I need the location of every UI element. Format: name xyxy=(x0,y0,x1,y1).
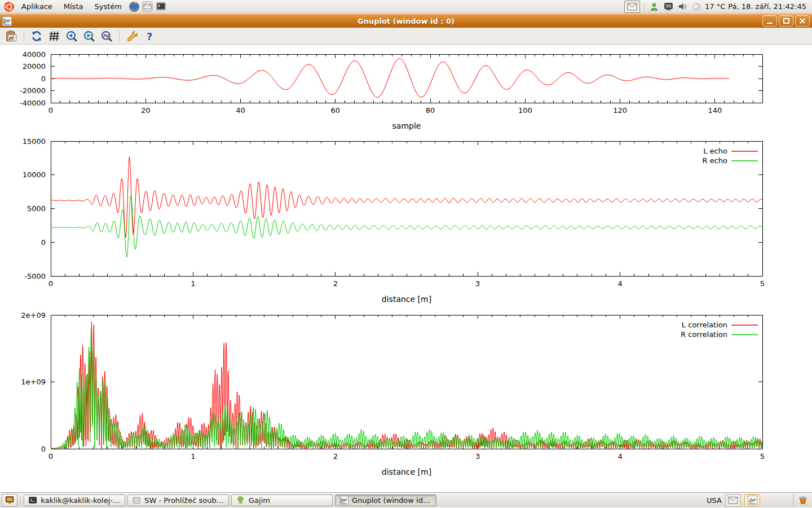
taskbar-right: USA xyxy=(707,494,810,507)
svg-text:?: ? xyxy=(147,30,152,42)
svg-text:0: 0 xyxy=(41,75,46,83)
svg-text:40: 40 xyxy=(236,106,245,115)
replot-icon xyxy=(30,30,43,42)
svg-text:-20000: -20000 xyxy=(20,86,46,95)
chart-3: 01234501e+092e+09L correlationR correlat… xyxy=(21,311,765,477)
window-titlebar[interactable]: Gnuplot (window id : 0) xyxy=(0,14,812,28)
gnuplot-canvas[interactable]: 020406080100120140-40000-200000200004000… xyxy=(0,45,812,492)
unzoom-button[interactable] xyxy=(100,29,113,43)
svg-text:1e+09: 1e+09 xyxy=(21,378,46,386)
close-button[interactable] xyxy=(795,15,810,27)
keyboard-layout-indicator[interactable]: USA xyxy=(707,496,722,505)
menu-applications[interactable]: Aplikace xyxy=(16,1,58,12)
svg-text:L echo: L echo xyxy=(703,147,727,155)
unzoom-icon xyxy=(100,30,113,42)
next-zoom-icon xyxy=(83,30,95,42)
minimize-icon xyxy=(767,23,773,24)
svg-text:100: 100 xyxy=(518,106,532,115)
copy-to-clipboard-button[interactable] xyxy=(5,29,18,43)
window-title: Gnuplot (window id : 0) xyxy=(0,17,812,25)
tray-handle[interactable] xyxy=(643,3,645,11)
show-desktop-button[interactable] xyxy=(2,494,17,507)
clock-label[interactable]: Pá, 18. září, 21:42:45 xyxy=(728,2,806,11)
gnuplot-toolbar: ? xyxy=(0,28,812,45)
previous-zoom-icon xyxy=(65,30,78,42)
task-button-file-manager[interactable]: SW - Prohlížeč souborů xyxy=(127,494,229,506)
maximize-button[interactable] xyxy=(779,15,793,27)
weather-icon[interactable] xyxy=(691,1,702,12)
svg-text:140: 140 xyxy=(708,106,722,115)
close-icon xyxy=(799,17,806,24)
task-label: Gnuplot (window id : 0) xyxy=(352,496,432,505)
svg-text:80: 80 xyxy=(426,106,435,115)
svg-text:2: 2 xyxy=(333,452,338,461)
configure-button[interactable] xyxy=(125,29,139,43)
grid-button[interactable] xyxy=(47,29,61,43)
task-button-terminal[interactable]: kaklik@kaklik-kolej-u... xyxy=(24,494,125,506)
plots-svg[interactable]: 020406080100120140-40000-200000200004000… xyxy=(0,45,812,492)
temperature-label[interactable]: 17 °C xyxy=(705,2,725,11)
tray-mail-icon[interactable] xyxy=(624,1,640,13)
volume-icon[interactable] xyxy=(677,1,688,12)
series-l-correlation xyxy=(51,322,762,449)
svg-text:0: 0 xyxy=(48,452,53,461)
terminal-launcher-icon[interactable] xyxy=(156,1,167,12)
svg-text:R correlation: R correlation xyxy=(681,330,727,339)
help-button[interactable]: ? xyxy=(143,29,156,43)
svg-text:R echo: R echo xyxy=(702,156,727,165)
taskbar-gnuplot-icon[interactable] xyxy=(744,494,760,507)
task-label: SW - Prohlížeč souborů xyxy=(144,496,224,505)
minimize-button[interactable] xyxy=(762,15,777,27)
show-desktop-icon xyxy=(5,495,15,505)
chart-1: 020406080100120140-40000-200000200004000… xyxy=(20,50,762,131)
svg-text:-5000: -5000 xyxy=(24,272,46,281)
chart-2: 012345-5000050001000015000L echoR echodi… xyxy=(23,137,765,304)
svg-text:-40000: -40000 xyxy=(20,99,46,107)
ubuntu-logo-icon[interactable] xyxy=(3,1,15,12)
svg-text:60: 60 xyxy=(331,106,341,115)
top-panel: Aplikace Místa Systém xyxy=(0,0,812,14)
svg-text:distance [m]: distance [m] xyxy=(382,467,431,476)
svg-text:L correlation: L correlation xyxy=(682,321,727,329)
svg-text:4: 4 xyxy=(617,279,622,288)
svg-text:10000: 10000 xyxy=(23,170,46,179)
series-excitation-chirp xyxy=(51,59,729,98)
desktop-root: { "desktop": { "top_panel": { "menus": [… xyxy=(0,0,812,508)
mail-launcher-icon[interactable] xyxy=(142,1,153,12)
svg-text:3: 3 xyxy=(475,452,480,461)
firefox-icon[interactable] xyxy=(129,1,140,12)
terminal-icon xyxy=(28,496,37,505)
user-presence-icon[interactable] xyxy=(648,1,660,12)
task-button-gajim[interactable]: Gajim xyxy=(231,494,333,506)
taskbar-mail-icon[interactable] xyxy=(725,494,741,507)
replot-button[interactable] xyxy=(30,29,43,43)
svg-text:0: 0 xyxy=(48,279,53,288)
trash-applet[interactable] xyxy=(797,494,810,506)
system-tray: 17 °C Pá, 18. září, 21:42:45 xyxy=(624,1,810,13)
svg-text:5: 5 xyxy=(760,452,765,461)
wrench-icon xyxy=(126,30,138,42)
trash-icon xyxy=(797,494,809,506)
svg-text:5000: 5000 xyxy=(27,204,46,213)
svg-text:20: 20 xyxy=(141,106,151,115)
svg-text:120: 120 xyxy=(613,106,627,115)
taskbar: kaklik@kaklik-kolej-u... SW - Prohlížeč … xyxy=(0,492,812,507)
window-controls xyxy=(762,15,810,27)
svg-text:1: 1 xyxy=(191,452,195,461)
svg-text:0: 0 xyxy=(48,106,53,115)
menu-system[interactable]: Systém xyxy=(89,1,127,12)
display-icon[interactable] xyxy=(663,1,674,12)
copy-clipboard-icon xyxy=(5,30,17,42)
svg-text:5: 5 xyxy=(760,279,765,288)
svg-text:2: 2 xyxy=(333,279,338,288)
help-icon: ? xyxy=(143,30,156,42)
gnuplot-window-icon xyxy=(2,16,12,26)
previous-zoom-button[interactable] xyxy=(65,29,78,43)
next-zoom-button[interactable] xyxy=(82,29,96,43)
taskbar-handle xyxy=(20,496,21,504)
gnuplot-icon xyxy=(339,496,348,505)
task-button-gnuplot[interactable]: Gnuplot (window id : 0) xyxy=(335,494,436,506)
toolbar-separator xyxy=(24,30,24,42)
svg-text:0: 0 xyxy=(41,445,46,453)
menu-places[interactable]: Místa xyxy=(58,1,89,12)
